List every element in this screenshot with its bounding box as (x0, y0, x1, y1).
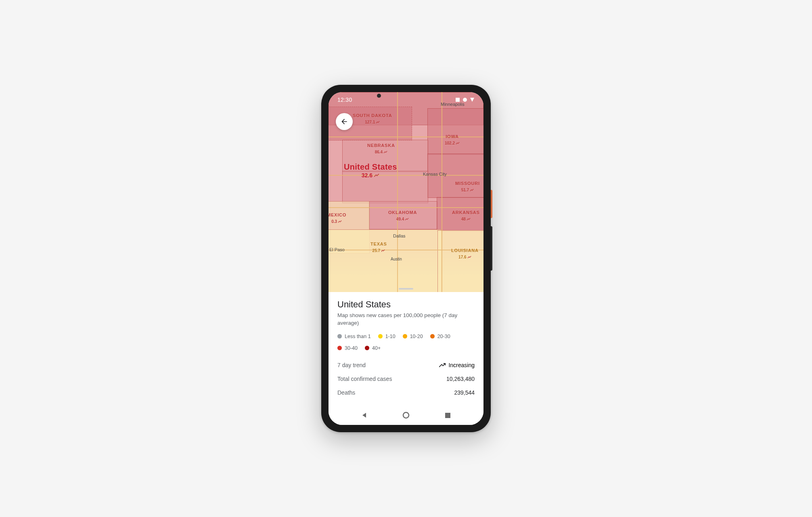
triangle-down-icon (470, 97, 475, 102)
svg-rect-5 (445, 413, 450, 418)
country-label: United States 32.6 (344, 162, 397, 179)
svg-marker-3 (362, 413, 366, 418)
circle-icon (402, 412, 410, 419)
drag-handle[interactable] (399, 288, 413, 290)
trend-value: Increasing (439, 362, 475, 368)
city-austin[interactable]: Austin (391, 257, 402, 261)
map-area[interactable]: SOUTH DAKOTA 127.1 NEBRASKA 86.4 IOWA 10… (329, 92, 483, 292)
status-icons (455, 97, 475, 102)
circle-icon (463, 97, 467, 102)
stat-trend: 7 day trend Increasing (337, 358, 475, 372)
svg-point-1 (463, 98, 467, 102)
legend-dot-icon (403, 334, 407, 338)
stat-confirmed: Total confirmed cases 10,263,480 (337, 372, 475, 386)
stat-deaths: Deaths 239,544 (337, 386, 475, 399)
triangle-left-icon (361, 412, 368, 418)
square-icon (445, 412, 451, 418)
legend-item: Less than 1 (337, 334, 371, 339)
legend-dot-icon (430, 334, 435, 338)
legend-dot-icon (378, 334, 383, 338)
arrow-left-icon (340, 118, 348, 126)
power-button (491, 190, 492, 218)
nav-recents-button[interactable] (442, 410, 453, 421)
volume-button (491, 226, 492, 271)
status-bar: 12:30 (329, 92, 483, 107)
info-card[interactable]: United States Map shows new cases per 10… (329, 292, 483, 406)
square-icon (455, 97, 460, 102)
city-el-paso[interactable]: El Paso (329, 247, 345, 252)
status-time: 12:30 (337, 97, 352, 103)
svg-point-4 (403, 412, 409, 418)
legend-dot-icon (365, 346, 369, 350)
nav-home-button[interactable] (400, 410, 412, 421)
card-title: United States (337, 299, 475, 310)
system-nav-bar (329, 406, 483, 425)
screen: 12:30 (329, 92, 483, 425)
phone-frame: 12:30 (321, 85, 491, 432)
legend-item: 30-40 (337, 345, 358, 351)
legend-dot-icon (337, 334, 342, 338)
city-kansas-city[interactable]: Kansas City (423, 172, 447, 177)
city-dallas[interactable]: Dallas (393, 233, 406, 238)
trending-up-icon (439, 363, 446, 368)
card-subtitle: Map shows new cases per 100,000 people (… (337, 312, 475, 327)
svg-rect-0 (456, 98, 460, 102)
legend-item: 10-20 (403, 334, 423, 339)
legend: Less than 1 1-10 10-20 20-30 30-40 (337, 334, 475, 351)
legend-item: 40+ (365, 345, 381, 351)
legend-item: 20-30 (430, 334, 450, 339)
legend-dot-icon (337, 346, 342, 350)
nav-back-button[interactable] (359, 410, 370, 421)
back-button[interactable] (336, 113, 353, 130)
svg-marker-2 (470, 98, 474, 102)
legend-item: 1-10 (378, 334, 396, 339)
